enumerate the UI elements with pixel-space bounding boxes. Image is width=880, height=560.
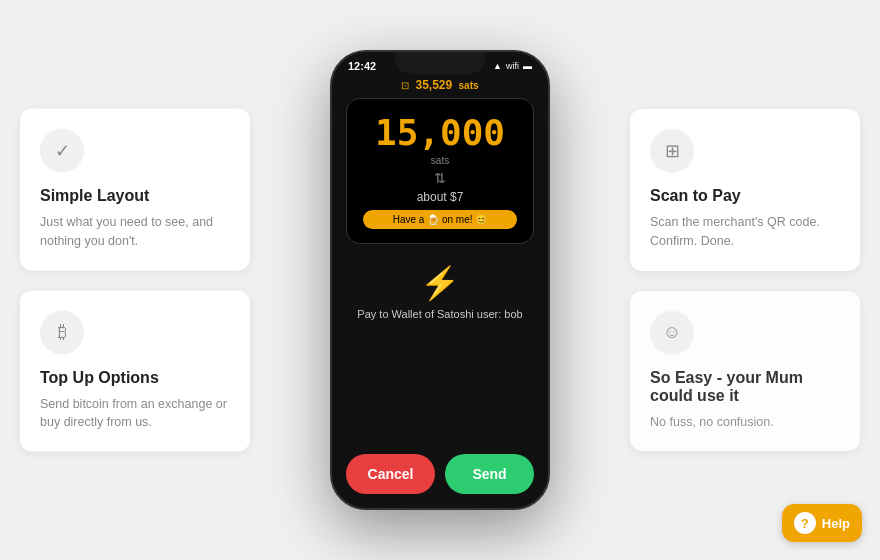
memo-text: Have a 🍺 on me! 😊: [393, 214, 488, 225]
balance-unit: sats: [459, 80, 479, 91]
pay-to-text: Pay to Wallet of Satoshi user: bob: [343, 308, 536, 320]
wifi-icon: wifi: [506, 61, 519, 71]
topup-title: Top Up Options: [40, 368, 230, 386]
payment-card: 15,000 sats ⇅ about $7 Have a 🍺 on me! 😊: [346, 98, 534, 244]
phone-frame: 12:42 ▲ wifi ▬ ⊡ 35,529 sats: [330, 50, 550, 510]
help-question-icon: ?: [794, 512, 816, 534]
payment-arrows-icon: ⇅: [363, 170, 517, 186]
battery-icon: ▬: [523, 61, 532, 71]
feature-card-simple-layout: ✓ Simple Layout Just what you need to se…: [20, 109, 250, 271]
help-label: Help: [822, 516, 850, 531]
status-icons: ▲ wifi ▬: [493, 61, 532, 71]
simple-layout-desc: Just what you need to see, and nothing y…: [40, 213, 230, 251]
lightning-section: ⚡ Pay to Wallet of Satoshi user: bob: [332, 254, 548, 326]
phone-screen: 12:42 ▲ wifi ▬ ⊡ 35,529 sats: [332, 52, 548, 508]
qr-icon: ⊞: [665, 140, 680, 162]
easy-desc: No fuss, no confusion.: [650, 412, 840, 431]
phone-notch: [395, 52, 485, 74]
topup-desc: Send bitcoin from an exchange or buy dir…: [40, 394, 230, 432]
scan-to-pay-title: Scan to Pay: [650, 187, 840, 205]
topup-icon: ₿: [58, 322, 67, 343]
balance-icon: ⊡: [401, 80, 409, 91]
payment-amount: 15,000: [363, 113, 517, 153]
status-time: 12:42: [348, 60, 376, 72]
balance-number: 35,529: [415, 78, 452, 92]
simple-layout-icon-circle: ✓: [40, 129, 84, 173]
feature-card-scan-to-pay: ⊞ Scan to Pay Scan the merchant's QR cod…: [630, 109, 860, 271]
balance-bar: ⊡ 35,529 sats: [332, 76, 548, 98]
person-icon: ☺: [663, 322, 681, 343]
scan-to-pay-desc: Scan the merchant's QR code. Confirm. Do…: [650, 213, 840, 251]
feature-card-easy: ☺ So Easy - your Mum could use it No fus…: [630, 290, 860, 451]
feature-card-topup: ₿ Top Up Options Send bitcoin from an ex…: [20, 290, 250, 452]
balance-amount: 35,529 sats: [415, 78, 478, 92]
payment-memo: Have a 🍺 on me! 😊: [363, 210, 517, 229]
bitdegree-badge[interactable]: ? Help: [782, 504, 862, 542]
easy-title: So Easy - your Mum could use it: [650, 368, 840, 404]
lightning-bolt-icon: ⚡: [420, 264, 460, 302]
scene: ✓ Simple Layout Just what you need to se…: [0, 0, 880, 560]
topup-icon-circle: ₿: [40, 310, 84, 354]
payment-fiat: about $7: [363, 190, 517, 204]
payment-unit: sats: [363, 155, 517, 166]
qr-icon-circle: ⊞: [650, 129, 694, 173]
left-cards: ✓ Simple Layout Just what you need to se…: [20, 109, 250, 452]
easy-icon-circle: ☺: [650, 310, 694, 354]
phone-mockup: 12:42 ▲ wifi ▬ ⊡ 35,529 sats: [330, 50, 550, 510]
send-button[interactable]: Send: [445, 454, 534, 494]
right-cards: ⊞ Scan to Pay Scan the merchant's QR cod…: [630, 109, 860, 451]
signal-icon: ▲: [493, 61, 502, 71]
check-icon: ✓: [55, 140, 70, 162]
action-buttons: Cancel Send: [332, 444, 548, 508]
cancel-button[interactable]: Cancel: [346, 454, 435, 494]
simple-layout-title: Simple Layout: [40, 187, 230, 205]
